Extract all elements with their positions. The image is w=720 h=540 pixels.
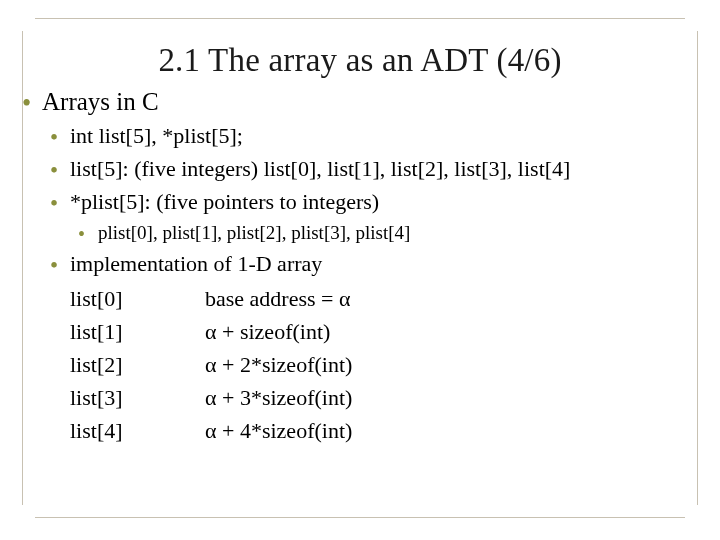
addr-value: base address = α — [205, 282, 706, 315]
addr-value: α + 3*sizeof(int) — [205, 381, 706, 414]
table-row: list[1] α + sizeof(int) — [70, 315, 706, 348]
addr-value: α + 2*sizeof(int) — [205, 348, 706, 381]
addr-value: α + sizeof(int) — [205, 315, 706, 348]
bullet-plist5-desc: *plist[5]: (five pointers to integers) p… — [42, 185, 706, 247]
addr-index: list[2] — [70, 348, 205, 381]
addr-index: list[1] — [70, 315, 205, 348]
bullet-text: implementation of 1-D array — [70, 251, 322, 276]
bullet-text: plist[0], plist[1], plist[2], plist[3], … — [98, 222, 410, 243]
bullet-implementation: implementation of 1-D array list[0] base… — [42, 247, 706, 447]
bullet-arrays-in-c: Arrays in C int list[5], *plist[5]; list… — [14, 85, 706, 447]
bullet-list5-desc: list[5]: (five integers) list[0], list[1… — [42, 152, 706, 185]
addr-value: α + 4*sizeof(int) — [205, 414, 706, 447]
bullet-plist-members: plist[0], plist[1], plist[2], plist[3], … — [70, 218, 706, 247]
bullet-text: list[5]: (five integers) list[0], list[1… — [70, 156, 570, 181]
table-row: list[0] base address = α — [70, 282, 706, 315]
addr-index: list[3] — [70, 381, 205, 414]
slide: 2.1 The array as an ADT (4/6) Arrays in … — [0, 0, 720, 540]
addr-index: list[0] — [70, 282, 205, 315]
address-table: list[0] base address = α list[1] α + siz… — [70, 282, 706, 447]
table-row: list[3] α + 3*sizeof(int) — [70, 381, 706, 414]
bullet-declaration: int list[5], *plist[5]; — [42, 119, 706, 152]
table-row: list[2] α + 2*sizeof(int) — [70, 348, 706, 381]
bullet-text: int list[5], *plist[5]; — [70, 123, 243, 148]
slide-title: 2.1 The array as an ADT (4/6) — [14, 42, 706, 79]
table-row: list[4] α + 4*sizeof(int) — [70, 414, 706, 447]
bullet-list-level1: Arrays in C int list[5], *plist[5]; list… — [14, 85, 706, 447]
bullet-text: Arrays in C — [42, 88, 159, 115]
bullet-text: *plist[5]: (five pointers to integers) — [70, 189, 379, 214]
bullet-list-level3: plist[0], plist[1], plist[2], plist[3], … — [70, 218, 706, 247]
addr-index: list[4] — [70, 414, 205, 447]
bullet-list-level2: int list[5], *plist[5]; list[5]: (five i… — [42, 119, 706, 447]
